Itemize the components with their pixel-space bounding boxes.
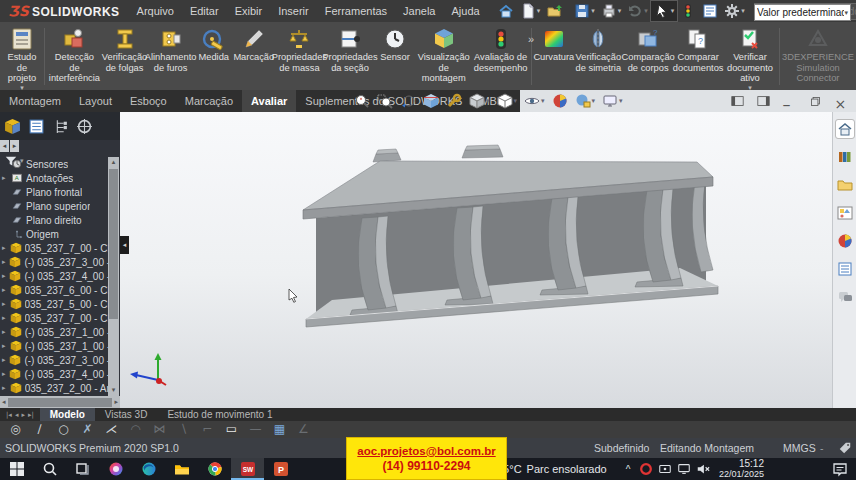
menu-item[interactable]: Ferramentas xyxy=(318,2,394,20)
units-selector[interactable]: MMGS xyxy=(783,442,816,454)
graphics-viewport[interactable] xyxy=(120,112,832,408)
ribbon-button[interactable]: ▾ xyxy=(44,28,45,85)
preset-value-dropdown[interactable]: Valor predeterminado ▾ xyxy=(754,4,851,21)
ribbon-button[interactable]: Estudo de projeto ▾ xyxy=(2,24,42,89)
doc-window-button[interactable] xyxy=(806,93,824,109)
panel-collapse-handle[interactable]: ◂ xyxy=(120,236,129,254)
tree-item[interactable]: ▸ (-) 035_237_1_00 - Ar xyxy=(0,339,108,353)
sk-ellipse-icon[interactable]: ○ xyxy=(56,422,71,437)
expand-caret[interactable]: ▸ xyxy=(2,244,10,252)
tree-item[interactable]: ▸ Plano superior xyxy=(0,199,108,213)
ribbon-button[interactable]: Propriedades da seção ▾ xyxy=(325,24,375,89)
pager-right[interactable]: ▸ xyxy=(10,140,19,152)
scroll-down-arrow[interactable]: ▾ xyxy=(108,385,119,396)
menu-item[interactable]: Exibir xyxy=(228,2,270,20)
tree-item[interactable]: ▸ Plano direito xyxy=(0,213,108,227)
tree-item[interactable]: ▸ Sensores xyxy=(0,157,108,171)
toolbar-button[interactable]: ▾ xyxy=(517,1,544,21)
toolbar-button[interactable]: ▾ xyxy=(598,1,625,21)
taskpane-tab[interactable] xyxy=(836,148,854,166)
tag-icon[interactable] xyxy=(838,441,852,455)
toolbar-button[interactable]: ▾ xyxy=(495,1,517,21)
scroll-up-arrow[interactable]: ▴ xyxy=(108,157,119,168)
tree-item[interactable]: ▸ (-) 035_237_3_00 - Ch xyxy=(0,255,108,269)
tab-nav-arrow[interactable]: |◂ xyxy=(6,411,12,419)
taskbar-app[interactable]: P xyxy=(264,458,297,480)
taskbar-app[interactable] xyxy=(198,458,231,480)
ribbon-overflow-chevron[interactable]: » xyxy=(528,33,534,45)
tree-vertical-scrollbar[interactable]: ▴ ▾ xyxy=(108,157,119,396)
expand-caret[interactable]: ▸ xyxy=(2,300,10,308)
taskbar-app[interactable] xyxy=(165,458,198,480)
sk-offset-icon[interactable]: ∖ xyxy=(176,422,191,437)
tree-item[interactable]: ▸ 035_237_7_00 - Chap xyxy=(0,311,108,325)
tree-item[interactable]: ▸ Origem xyxy=(0,227,108,241)
toolbar-button[interactable]: ▾ xyxy=(571,1,598,21)
expand-caret[interactable]: ▸ xyxy=(2,286,10,294)
tray-icons[interactable] xyxy=(639,462,653,476)
tree-item[interactable]: ▸ 035_237_6_00 - Chap xyxy=(0,283,108,297)
tray-chevron-icon[interactable]: ^ xyxy=(622,464,634,475)
sk-grid-icon[interactable]: ▦ xyxy=(272,422,287,437)
tab-nav-arrow[interactable]: ◂ xyxy=(15,411,19,419)
ribbon-button[interactable]: Medida ▾ xyxy=(194,24,234,89)
notification-center-icon[interactable] xyxy=(832,461,848,477)
tree-item[interactable]: ▸ 035_237_2_00 - Armil xyxy=(0,381,108,395)
taskpane-tab[interactable] xyxy=(836,260,854,278)
headsup-button[interactable]: ▾ xyxy=(444,92,464,110)
tree-item[interactable]: ▸ (-) 035_237_4_00 - Ch xyxy=(0,367,108,381)
sk-arc-icon[interactable]: ◠ xyxy=(128,422,143,437)
expand-caret[interactable]: ▸ xyxy=(2,342,10,350)
expand-caret[interactable]: ▸ xyxy=(2,328,10,336)
toolbar-button[interactable]: ▾ xyxy=(677,1,699,21)
taskpane-tab[interactable] xyxy=(836,288,854,306)
ribbon-button[interactable]: Verificação de simetria ▾ xyxy=(574,24,623,89)
command-tab[interactable]: Marcação xyxy=(176,90,242,112)
sk-mirror-icon[interactable]: ⋈ xyxy=(152,422,167,437)
tree-item[interactable]: ▸ 035_237_5_00 - Chap xyxy=(0,297,108,311)
ribbon-button[interactable]: ? Comparação de corpos ▾ xyxy=(623,24,674,89)
command-tab[interactable]: Montagem xyxy=(0,90,70,112)
tree-item[interactable]: ▸ Plano frontal xyxy=(0,185,108,199)
expand-caret[interactable]: ▸ xyxy=(2,174,11,182)
taskpane-tab[interactable] xyxy=(836,120,854,138)
scroll-right-arrow[interactable]: ▸ xyxy=(114,398,118,406)
expand-caret[interactable]: ▸ xyxy=(2,258,9,266)
toolbar-button[interactable]: ▾ xyxy=(651,1,678,21)
ribbon-button[interactable]: ? Comparar documentos ▾ xyxy=(673,24,723,89)
ribbon-button[interactable]: ▾ xyxy=(779,28,780,85)
tree-item[interactable]: ▸ (-) 035_237_4_00 - Ch xyxy=(0,269,108,283)
ribbon-button[interactable]: Detecção de interferência ▾ xyxy=(47,24,102,89)
doc-window-button[interactable]: × xyxy=(832,93,850,109)
doc-window-button[interactable] xyxy=(728,93,746,109)
cad-model[interactable] xyxy=(120,112,832,408)
ribbon-button[interactable]: Verificar documento ativo ▾ xyxy=(723,24,777,89)
toolbar-button[interactable]: ▾ xyxy=(699,1,721,21)
expand-caret[interactable]: ▸ xyxy=(2,384,10,392)
menu-item[interactable]: Arquivo xyxy=(130,2,181,20)
toolbar-button[interactable]: ▾ xyxy=(543,1,565,21)
command-tab[interactable]: Esboço xyxy=(121,90,176,112)
document-tab[interactable]: Modelo xyxy=(40,408,95,421)
tree-item[interactable]: ▸ A Anotações xyxy=(0,171,108,185)
tree-horizontal-scrollbar[interactable]: ◂ ▸ xyxy=(0,396,120,408)
taskbar-app[interactable] xyxy=(0,458,33,480)
ribbon-button[interactable]: Avaliação de desempenho ▾ xyxy=(472,24,528,89)
command-tab[interactable]: Layout xyxy=(70,90,121,112)
taskpane-tab[interactable] xyxy=(836,176,854,194)
tree-item[interactable]: ▸ 035_237_7_00 - Chap xyxy=(0,241,108,255)
headsup-button[interactable]: ▾ xyxy=(522,92,547,110)
expand-caret[interactable]: ▸ xyxy=(2,370,9,378)
scroll-left-arrow[interactable]: ◂ xyxy=(2,398,6,406)
headsup-button[interactable]: ▾ xyxy=(398,92,418,110)
toolbar-button[interactable]: ▾ xyxy=(624,1,651,21)
pager-left[interactable]: ◂ xyxy=(0,140,9,152)
ribbon-button[interactable]: Visualização de montagem ▾ xyxy=(415,24,472,89)
command-tab[interactable]: Avaliar xyxy=(242,90,296,112)
scrollbar-thumb[interactable] xyxy=(8,398,113,407)
sk-line-icon[interactable]: ∕ xyxy=(32,422,47,437)
ribbon-button[interactable]: Propriedades de massa ▾ xyxy=(274,24,325,89)
tab-nav-arrow[interactable]: ▸ xyxy=(21,411,25,419)
taskbar-app[interactable] xyxy=(132,458,165,480)
menu-item[interactable]: Editar xyxy=(183,2,226,20)
